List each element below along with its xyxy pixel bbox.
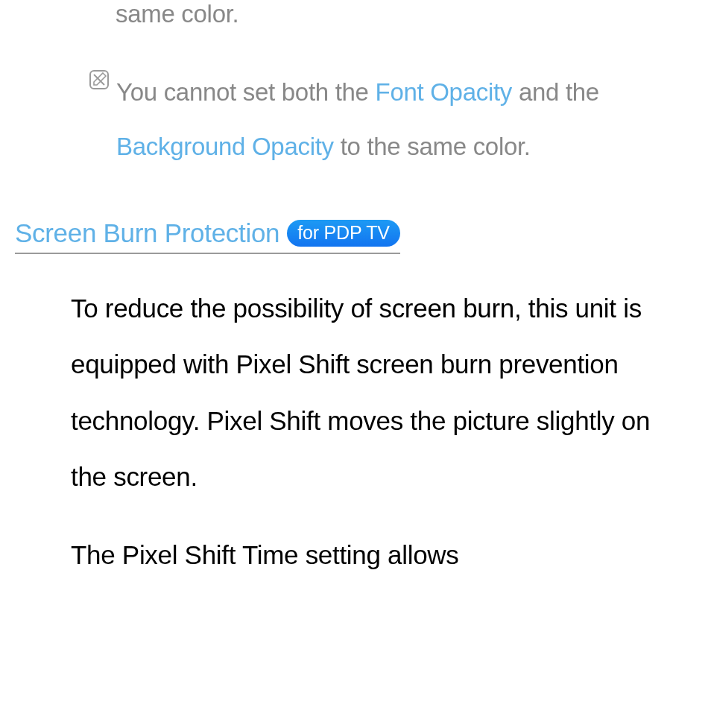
note-text: You cannot set both the Font Opacity and…	[116, 66, 696, 174]
note-row: You cannot set both the Font Opacity and…	[89, 66, 696, 174]
body-paragraph-2: The Pixel Shift Time setting allows	[71, 527, 689, 583]
font-opacity-link[interactable]: Font Opacity	[376, 78, 512, 106]
note-pre: You cannot set both the	[116, 78, 376, 106]
section-heading: Screen Burn Protection for PDP TV	[15, 218, 400, 254]
note-icon	[89, 70, 109, 89]
body-paragraph-1: To reduce the possibility of screen burn…	[71, 280, 689, 504]
note-mid: and the	[512, 78, 599, 106]
note-post: to the same color.	[334, 133, 531, 160]
body-block: To reduce the possibility of screen burn…	[71, 280, 689, 583]
section-title[interactable]: Screen Burn Protection	[15, 218, 279, 248]
pdp-tv-badge: for PDP TV	[287, 220, 400, 247]
background-opacity-link[interactable]: Background Opacity	[116, 133, 334, 160]
fragment-text: same color.	[116, 0, 696, 28]
note-block: same color. You cannot set both the Font…	[89, 0, 696, 174]
